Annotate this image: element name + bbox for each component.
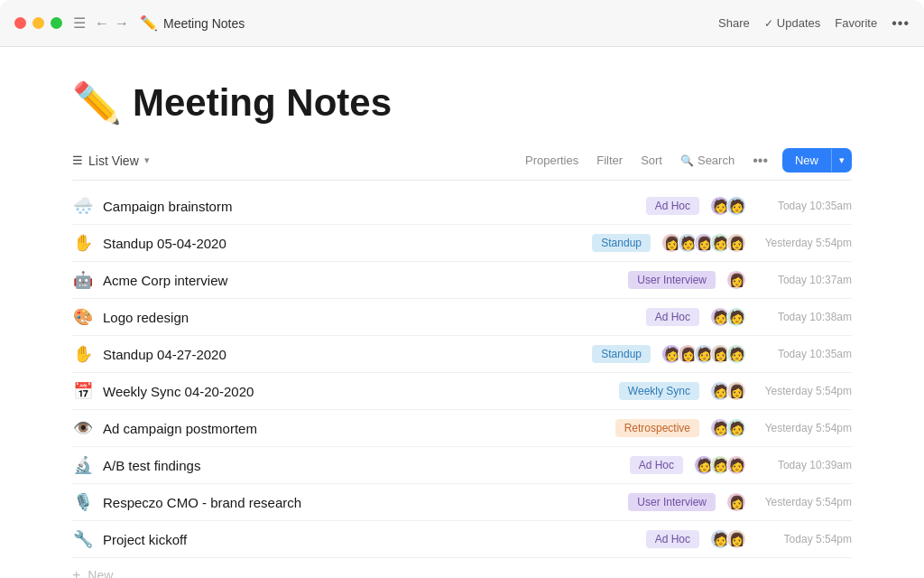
- item-avatars: 🧑👩🧑👩🧑: [661, 344, 746, 364]
- avatar: 👩: [726, 381, 746, 401]
- item-avatars: 🧑🧑: [710, 196, 746, 216]
- new-button-group: New ▾: [782, 148, 852, 172]
- item-date: Today 10:39am: [757, 459, 852, 471]
- forward-arrow-icon[interactable]: →: [115, 15, 129, 32]
- item-emoji: 🤖: [72, 270, 94, 290]
- list-item[interactable]: 🔧Project kickoffAd Hoc🧑👩Today 5:54pm: [72, 521, 852, 558]
- avatar: 🧑: [726, 196, 746, 216]
- item-emoji: 📅: [72, 381, 94, 401]
- list-item[interactable]: 🌨️Campaign brainstormAd Hoc🧑🧑Today 10:35…: [72, 188, 852, 225]
- favorite-button[interactable]: Favorite: [835, 16, 877, 30]
- avatar: 👩: [726, 270, 746, 290]
- sidebar-toggle-icon[interactable]: ☰: [73, 14, 86, 32]
- heading-emoji: ✏️: [72, 79, 122, 126]
- item-date: Yesterday 5:54pm: [757, 496, 852, 508]
- item-date: Today 10:37am: [757, 274, 852, 286]
- item-date: Yesterday 5:54pm: [757, 237, 852, 249]
- page-heading: ✏️ Meeting Notes: [72, 79, 852, 126]
- list-item[interactable]: ✋Standup 05-04-2020Standup👩🧑👩🧑👩Yesterday…: [72, 225, 852, 262]
- item-avatars: 🧑👩: [710, 529, 746, 549]
- item-avatars: 🧑👩: [710, 381, 746, 401]
- item-title: Weekly Sync 04-20-2020: [103, 384, 619, 399]
- item-emoji: 🎙️: [72, 492, 94, 512]
- toolbar-more-button[interactable]: •••: [745, 149, 775, 172]
- check-icon: ✓: [764, 17, 773, 30]
- nav-arrows: ← →: [95, 15, 129, 32]
- avatar: 👩: [726, 529, 746, 549]
- new-dropdown-button[interactable]: ▾: [831, 149, 852, 172]
- item-date: Today 5:54pm: [757, 533, 852, 545]
- list-item[interactable]: ✋Standup 04-27-2020Standup🧑👩🧑👩🧑Today 10:…: [72, 336, 852, 373]
- item-avatars: 🧑🧑: [710, 418, 746, 438]
- list-item[interactable]: 👁️Ad campaign postmortemRetrospective🧑🧑Y…: [72, 410, 852, 447]
- updates-label: Updates: [777, 16, 820, 30]
- close-button[interactable]: [14, 17, 26, 29]
- item-emoji: 👁️: [72, 418, 94, 438]
- plus-icon: +: [72, 567, 80, 578]
- properties-button[interactable]: Properties: [518, 150, 586, 171]
- search-icon: 🔍: [680, 154, 694, 167]
- sort-button[interactable]: Sort: [633, 150, 670, 171]
- item-avatars: 🧑🧑🧑: [694, 455, 746, 475]
- item-emoji: 🔬: [72, 455, 94, 475]
- item-title: Standup 05-04-2020: [103, 236, 592, 251]
- item-date: Today 10:35am: [757, 200, 852, 212]
- list-view-icon: ☰: [72, 154, 83, 167]
- item-emoji: ✋: [72, 344, 94, 364]
- item-emoji: 🎨: [72, 307, 94, 327]
- item-date: Today 10:35am: [757, 348, 852, 360]
- item-date: Today 10:38am: [757, 311, 852, 323]
- avatar: 🧑: [726, 455, 746, 475]
- new-item-label: New: [88, 568, 113, 578]
- item-emoji: 🔧: [72, 529, 94, 549]
- main-content: ✏️ Meeting Notes ☰ List View ▾ Propertie…: [0, 47, 924, 578]
- page-icon-small: ✏️: [140, 14, 158, 32]
- list-item[interactable]: 🔬A/B test findingsAd Hoc🧑🧑🧑Today 10:39am: [72, 447, 852, 484]
- item-date: Yesterday 5:54pm: [757, 385, 852, 397]
- item-title: Project kickoff: [103, 532, 646, 547]
- toolbar-right: Properties Filter Sort 🔍 Search ••• New …: [518, 148, 852, 172]
- avatar: 👩: [726, 233, 746, 253]
- filter-button[interactable]: Filter: [589, 150, 630, 171]
- list-item[interactable]: 📅Weekly Sync 04-20-2020Weekly Sync🧑👩Yest…: [72, 373, 852, 410]
- avatar: 🧑: [726, 418, 746, 438]
- more-options-button[interactable]: •••: [892, 15, 910, 32]
- view-selector[interactable]: ☰ List View ▾: [72, 154, 150, 168]
- back-arrow-icon[interactable]: ←: [95, 15, 109, 32]
- item-tag: Ad Hoc: [646, 197, 699, 215]
- list-item[interactable]: 🎙️Respeczo CMO - brand researchUser Inte…: [72, 484, 852, 521]
- list-item[interactable]: 🤖Acme Corp interviewUser Interview👩Today…: [72, 262, 852, 299]
- item-title: Campaign brainstorm: [103, 199, 646, 214]
- view-label: List View: [88, 154, 139, 168]
- item-tag: Standup: [592, 234, 651, 252]
- titlebar: ☰ ← → ✏️ Meeting Notes Share ✓ Updates F…: [0, 0, 924, 47]
- item-avatars: 🧑🧑: [710, 307, 746, 327]
- item-title: Ad campaign postmortem: [103, 421, 615, 436]
- titlebar-page-title: Meeting Notes: [163, 16, 718, 31]
- avatar: 🧑: [726, 307, 746, 327]
- search-label: Search: [698, 154, 735, 167]
- item-title: Standup 04-27-2020: [103, 347, 592, 362]
- share-button[interactable]: Share: [718, 16, 750, 30]
- minimize-button[interactable]: [32, 17, 44, 29]
- item-date: Yesterday 5:54pm: [757, 422, 852, 434]
- search-button[interactable]: 🔍 Search: [673, 150, 742, 171]
- new-button[interactable]: New: [782, 148, 831, 172]
- list-item[interactable]: 🎨Logo redesignAd Hoc🧑🧑Today 10:38am: [72, 299, 852, 336]
- item-tag: User Interview: [628, 493, 716, 511]
- item-tag: Weekly Sync: [619, 382, 699, 400]
- item-title: Logo redesign: [103, 310, 646, 325]
- toolbar: ☰ List View ▾ Properties Filter Sort 🔍 S…: [72, 148, 852, 181]
- avatar: 👩: [726, 492, 746, 512]
- titlebar-actions: Share ✓ Updates Favorite •••: [718, 15, 910, 32]
- new-item-row[interactable]: + New: [72, 558, 852, 578]
- item-tag: Ad Hoc: [646, 308, 699, 326]
- item-avatars: 👩🧑👩🧑👩: [661, 233, 746, 253]
- maximize-button[interactable]: [51, 17, 62, 29]
- item-tag: Ad Hoc: [630, 456, 683, 474]
- item-tag: Retrospective: [615, 419, 699, 437]
- item-title: A/B test findings: [103, 458, 630, 473]
- updates-button[interactable]: ✓ Updates: [764, 16, 820, 30]
- traffic-lights: [14, 17, 62, 29]
- avatar: 🧑: [726, 344, 746, 364]
